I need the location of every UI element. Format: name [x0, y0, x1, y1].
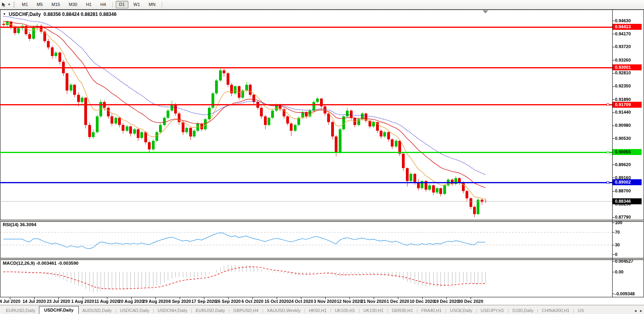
- toolbar-separator: [113, 2, 113, 8]
- price-axis-tick: 0.91890: [615, 97, 631, 102]
- toolbar-separator: [162, 2, 162, 8]
- date-axis-label: 1 Aug 2020: [71, 299, 94, 304]
- current-price-label: 0.88346: [613, 198, 642, 204]
- tab-hk50-h1[interactable]: HK50,H1: [305, 307, 330, 314]
- hline-price-label[interactable]: 0.94413: [613, 24, 642, 30]
- rsi-axis-label: 70: [615, 230, 620, 235]
- date-axis-label: 4 Jul 2020: [0, 299, 20, 304]
- timeframe-button-m15[interactable]: M15: [48, 1, 64, 8]
- price-axis-tick: 0.94630: [615, 18, 631, 23]
- timeframe-button-m5[interactable]: M5: [33, 1, 46, 8]
- date-axis-label: 6 Oct 2020: [241, 299, 263, 304]
- date-axis-label: 29 Aug 2020: [143, 299, 168, 304]
- chart-menu-icon[interactable]: ▼: [3, 12, 6, 16]
- tab-gbpusd-h4[interactable]: GBPUSD,H4: [230, 307, 262, 314]
- timeframe-button-d1[interactable]: D1: [116, 1, 128, 8]
- date-axis-label: 10 Dec 2020: [410, 299, 435, 304]
- tab-usoil-daily[interactable]: USOil,Daily: [446, 307, 476, 314]
- tab-uk100-h1[interactable]: UK100,H1: [331, 307, 359, 314]
- timeframe-button-h1[interactable]: H1: [82, 1, 95, 8]
- tab-usdcnh-daily[interactable]: USDCNH,Daily: [154, 307, 191, 314]
- chart-title: ▼ USDCHF,Daily 0.88356 0.88424 0.88281 0…: [3, 12, 116, 17]
- hline-price-label[interactable]: 0.93001: [613, 64, 642, 70]
- hline-price-label[interactable]: 0.89002: [613, 179, 642, 185]
- rsi-axis-label: 30: [615, 242, 620, 248]
- date-axis-label: 17 Sep 2020: [192, 299, 217, 304]
- chart-title-symbol: USDCHF,Daily: [9, 12, 41, 17]
- timeframe-buttons: M1M5M15M30H1H4D1W1MN: [17, 1, 164, 8]
- hline-price-label[interactable]: 0.90055: [613, 149, 642, 155]
- date-axis-label: 11 Aug 2020: [94, 299, 119, 304]
- date-axis-label: 14 Jul 2020: [23, 299, 46, 304]
- date-axis-label: 3 Nov 2020: [314, 299, 336, 304]
- macd-axis-label: -0.009348: [615, 291, 635, 297]
- cursor-tool-icon[interactable]: [0, 2, 7, 8]
- tab-usdcad-daily[interactable]: USDCAD,Daily: [116, 307, 153, 314]
- tabs-scroll: ◂ ▸: [634, 308, 642, 313]
- price-axis-tick: 0.88700: [615, 188, 631, 194]
- tabs-scroll-left-button[interactable]: ◂: [634, 308, 636, 313]
- timeframe-button-m1[interactable]: M1: [18, 1, 31, 8]
- price-axis-tick: 0.89620: [615, 162, 631, 167]
- tab-audusd-daily[interactable]: AUDUSD,Daily: [79, 307, 115, 314]
- tab-uk100-h1[interactable]: UK100,H1: [360, 307, 387, 314]
- price-axis-tick: 0.91440: [615, 110, 631, 115]
- tab-fra40-h1[interactable]: FRA40,H1: [418, 307, 445, 314]
- date-axis-label: 24 Oct 2020: [289, 299, 313, 304]
- date-axis-label: 21 Nov 2020: [361, 299, 386, 304]
- price-axis-tick: 0.87790: [615, 215, 631, 220]
- date-axis-label: 15 Oct 2020: [264, 299, 289, 304]
- date-axis-label: 26 Sep 2020: [216, 299, 241, 304]
- price-axis-tick: 0.90530: [615, 136, 631, 141]
- tab-us[interactable]: US: [574, 307, 584, 314]
- toolbar-grip: [14, 2, 15, 8]
- price-chart-canvas[interactable]: [0, 0, 644, 314]
- date-axis-label: 20 Aug 2020: [118, 299, 144, 304]
- tab-usdjpy-h1[interactable]: USDJPY,H1: [477, 307, 508, 314]
- tab-eurusd-daily[interactable]: EURUSD,Daily: [2, 307, 39, 314]
- cursor-tool-caret-icon[interactable]: ▼: [7, 3, 12, 6]
- timeframe-button-m30[interactable]: M30: [65, 1, 81, 8]
- date-axis-label: 1 Dec 2020: [387, 299, 409, 304]
- chart-title-ohlc: 0.88356 0.88424 0.88281 0.88346: [44, 12, 117, 17]
- tab-dj30-daily[interactable]: DJ30,Daily: [509, 307, 537, 314]
- price-axis-tick: 0.92350: [615, 83, 631, 89]
- tab-usdchf-daily[interactable]: USDCHF,Daily: [39, 306, 79, 314]
- timeframe-button-mn[interactable]: MN: [145, 1, 159, 8]
- date-axis-label: 30 Dec 2020: [458, 299, 483, 304]
- timeframe-button-h4[interactable]: H4: [97, 1, 109, 8]
- timeframe-button-w1[interactable]: W1: [130, 1, 144, 8]
- price-axis-tick: 0.94170: [615, 31, 631, 37]
- macd-indicator-label: MACD(12,26,9) -0.003461 -0.003590: [3, 261, 79, 266]
- macd-axis-label: 0.00: [615, 269, 623, 275]
- rsi-indicator-label: RSI(14) 36.3094: [3, 222, 36, 227]
- price-axis-tick: 0.93720: [615, 44, 631, 49]
- tab-eurusd-daily[interactable]: EURUSD,Daily: [192, 307, 229, 314]
- date-axis-label: 23 Jul 2020: [47, 299, 70, 304]
- toolbar: ▼ M1M5M15M30H1H4D1W1MN: [0, 0, 644, 10]
- macd-axis-label: 0.004527: [615, 259, 633, 264]
- chart-tabbar: EURUSD,DailyUSDCHF,DailyAUDUSD,Daily|USD…: [0, 305, 644, 314]
- date-axis-label: 19 Dec 2020: [434, 299, 459, 304]
- hline-price-label[interactable]: 0.91709: [613, 102, 642, 108]
- tabs-scroll-right-button[interactable]: ▸: [640, 308, 642, 313]
- price-axis-tick: 0.90980: [615, 123, 631, 128]
- price-axis-tick: 0.92810: [615, 70, 631, 76]
- tab-ger30-h1[interactable]: GER30,H1: [388, 307, 417, 314]
- price-axis-tick: 0.93260: [615, 58, 631, 63]
- rsi-axis-label: 100: [615, 220, 622, 225]
- tabs-strip: EURUSD,DailyUSDCHF,DailyAUDUSD,Daily|USD…: [0, 306, 630, 314]
- tab-china300-h1[interactable]: CHINA300,H1: [538, 307, 573, 314]
- date-axis-label: 12 Nov 2020: [337, 299, 362, 304]
- date-axis-label: 8 Sep 2020: [169, 299, 191, 304]
- rsi-axis-label: 0: [615, 252, 617, 257]
- tab-xauusd-weekly[interactable]: XAUUSD,Weekly: [263, 307, 304, 314]
